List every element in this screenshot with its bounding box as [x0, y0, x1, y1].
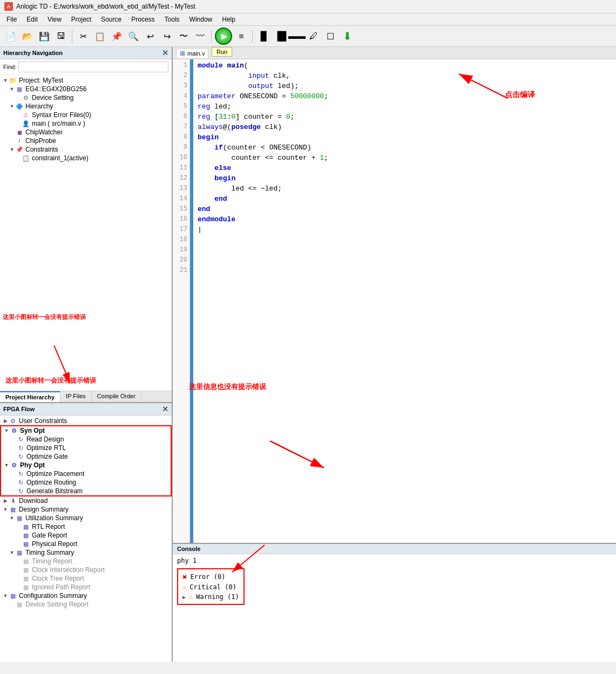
search-btn[interactable]: 🔍 [126, 29, 141, 44]
fpga-optimize-placement[interactable]: ↻ Optimize Placement [1, 469, 171, 478]
editor-file-tab[interactable]: ▦ main.v [176, 48, 208, 58]
ignored-path-icon: ▦ [22, 583, 30, 591]
file-tab-label: main.v [187, 50, 205, 57]
tool2-btn[interactable]: 〰 [193, 29, 208, 44]
fpga-device-setting-report[interactable]: ▦ Device Setting Report [0, 600, 172, 609]
menu-file[interactable]: File [2, 15, 21, 24]
warning-expand-icon[interactable]: ▶ [182, 594, 186, 600]
fpga-utilization-summary[interactable]: ▼ ▦ Utilization Summary [0, 514, 172, 522]
fpga-ignored-path-report[interactable]: ▦ Ignored Path Report [0, 583, 172, 591]
tree-chipwatcher-label: ChipWatcher [25, 128, 63, 136]
undo-btn[interactable]: ↩ [143, 29, 158, 44]
tab-ip-files[interactable]: IP Files [60, 391, 91, 402]
design-summary-icon: ▦ [9, 506, 17, 513]
arrow-hierarchy: ▼ [9, 104, 15, 109]
fpga-rtl-report[interactable]: ▦ RTL Report [0, 522, 172, 531]
fpga-phy-opt[interactable]: ▼ ⚙ Phy Opt [1, 461, 171, 469]
fpga-optimize-rtl[interactable]: ↻ Optimize RTL [1, 444, 171, 452]
folder-icon: 📁 [9, 77, 17, 84]
fpga-user-constraints[interactable]: ▶ ⚙ User Constraints [0, 417, 172, 425]
tool1-btn[interactable]: 〜 [176, 29, 191, 44]
fpga-optimize-gate-label: Optimize Gate [26, 453, 68, 460]
save-all-btn[interactable]: 🖫 [53, 29, 69, 44]
chipprobe-icon: / [15, 137, 24, 145]
synth-btn[interactable]: ▐█ [273, 29, 288, 44]
fpga-timing-summary[interactable]: ▼ ▦ Timing Summary [0, 548, 172, 557]
console-content: phy 1 ✖ Error (0) ⚠ Critical (0) ▶ ⚠ War… [173, 554, 616, 662]
error-row[interactable]: ✖ Error (0) [182, 571, 239, 582]
code-lines[interactable]: module main( input clk, output led); par… [193, 59, 616, 543]
fpga-generate-bitstream[interactable]: ↻ Generate Bitstream [1, 487, 171, 495]
fpga-download[interactable]: ▶ ⬇ Download [0, 496, 172, 505]
hierarchy-nav-close[interactable]: ✕ [162, 49, 168, 57]
fpga-gate-report[interactable]: ▦ Gate Report [0, 531, 172, 540]
fpga-optimize-routing[interactable]: ↻ Optimize Routing [1, 478, 171, 487]
fpga-design-summary[interactable]: ▼ ▦ Design Summary [0, 505, 172, 514]
flow-btn[interactable]: ▐▌ [256, 29, 271, 44]
code-line-10: always@(posedge clk) [198, 122, 612, 132]
fpga-physical-report-label: Physical Report [32, 540, 77, 548]
prog-btn[interactable]: ☐ [323, 29, 338, 44]
fpga-clock-intersection-report[interactable]: ▦ Clock Intersection Report [0, 566, 172, 574]
menu-source[interactable]: Source [97, 15, 126, 24]
tree-device-setting[interactable]: ⚙ Device Setting [0, 93, 172, 102]
toolbar-sep-2 [211, 30, 212, 43]
tree-hierarchy[interactable]: ▼ 🔷 Hierarchy [0, 102, 172, 111]
menu-window[interactable]: Window [185, 15, 217, 24]
tree-chip-watcher[interactable]: ◼ ChipWatcher [0, 128, 172, 137]
fpga-read-design[interactable]: ↻ Read Design [1, 435, 171, 444]
menu-process[interactable]: Process [127, 15, 159, 24]
fpga-optimize-gate[interactable]: ↻ Optimize Gate [1, 452, 171, 461]
tree-eg4[interactable]: ▼ ▦ EG4::EG4X20BG256 [0, 85, 172, 93]
run-button[interactable]: Run [215, 28, 232, 45]
menu-edit[interactable]: Edit [22, 15, 42, 24]
line-num-14: 14 [173, 194, 189, 204]
tree-constraints[interactable]: ▼ 📌 Constraints [0, 145, 172, 154]
fpga-timing-report[interactable]: ▦ Timing Report [0, 557, 172, 566]
tree-syntax-errors[interactable]: ⚠ Syntax Error Files(0) [0, 111, 172, 119]
menu-project[interactable]: Project [67, 15, 96, 24]
copy-btn[interactable]: 📋 [92, 29, 107, 44]
tree-constraint1[interactable]: 📋 constraint_1(active) [0, 154, 172, 162]
tree-chip-probe[interactable]: / ChipProbe [0, 137, 172, 145]
download2-btn[interactable]: ⬇ [340, 29, 355, 44]
util-summary-icon: ▦ [15, 514, 24, 522]
paste-btn[interactable]: 📌 [109, 29, 124, 44]
stop-button[interactable] [234, 29, 249, 44]
fpga-physical-report[interactable]: ▦ Physical Report [0, 540, 172, 548]
tree-main-label: main ( src/main.v ) [32, 120, 85, 127]
fpga-configuration-summary[interactable]: ▼ ▦ Configuration Summary [0, 591, 172, 600]
critical-row[interactable]: ⚠ Critical (0) [182, 582, 239, 592]
warning-row[interactable]: ▶ ⚠ Warning (1) [182, 592, 239, 602]
tree-main[interactable]: 👤 main ( src/main.v ) [0, 119, 172, 128]
menu-help[interactable]: Help [218, 15, 240, 24]
title-bar: A Anlogic TD - E:/works/work_ebd/work_eb… [0, 0, 616, 13]
menu-view[interactable]: View [43, 15, 66, 24]
fpga-flow-close[interactable]: ✕ [162, 405, 168, 413]
impl-btn[interactable]: ▬▬ [289, 29, 304, 44]
open-btn[interactable]: 📂 [20, 29, 35, 44]
fpga-clock-tree-report[interactable]: ▦ Clock Tree Report [0, 574, 172, 583]
fpga-timing-report-label: Timing Report [32, 557, 72, 565]
gen-bitstream-icon: ↻ [16, 487, 25, 495]
tree-project[interactable]: ▼ 📁 Project: MyTest [0, 76, 172, 85]
fpga-syn-opt[interactable]: ▼ ⚙ Syn Opt [1, 426, 171, 435]
line-num-2: 2 [173, 71, 189, 81]
menu-tools[interactable]: Tools [160, 15, 184, 24]
rtl-report-icon: ▦ [22, 523, 30, 530]
highlighted-flow-section: ▼ ⚙ Syn Opt ↻ Read Design ↻ Optimize RTL [0, 425, 172, 496]
save-btn[interactable]: 💾 [37, 29, 52, 44]
toolbar: 📄 📂 💾 🖫 ✂ 📋 📌 🔍 ↩ ↪ 〜 〰 Run ▐▌ ▐█ ▬▬ 🖊 ☐… [0, 26, 616, 47]
source-icon: 👤 [22, 120, 30, 127]
file-tab-icon: ▦ [180, 50, 185, 57]
tab-project-hierarchy[interactable]: Project Hierarchy [0, 391, 60, 402]
tab-compile-order[interactable]: Compile Order [92, 391, 142, 402]
timing-report-icon: ▦ [22, 557, 30, 565]
new-file-btn[interactable]: 📄 [3, 29, 18, 44]
find-input[interactable] [18, 62, 168, 72]
gen-btn[interactable]: 🖊 [306, 29, 321, 44]
code-line-14: else [198, 163, 612, 173]
fpga-optimize-routing-label: Optimize Routing [26, 479, 76, 486]
redo-btn[interactable]: ↪ [159, 29, 174, 44]
cut-btn[interactable]: ✂ [76, 29, 91, 44]
